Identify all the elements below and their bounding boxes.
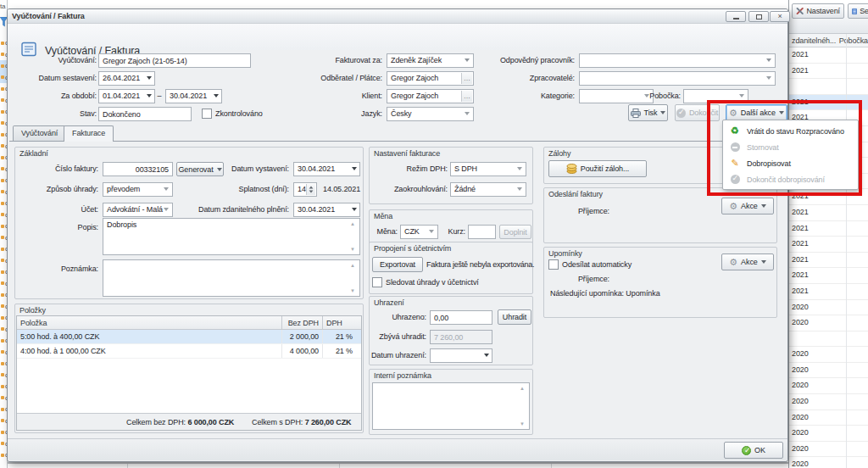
year-cell: 2020 [792,318,809,326]
chevron-down-icon[interactable] [164,209,169,218]
group-uhrazeni-title: Uhrazení [374,298,404,307]
chevron-down-icon[interactable] [766,78,771,86]
column-header-bez-dph[interactable]: Bez DPH [281,316,322,329]
year-cell: 2020 [792,444,809,453]
datum-uhrazeni-date[interactable] [430,348,492,363]
tisk-button[interactable]: Tisk [628,104,668,121]
uhradit-button[interactable]: Uhradit [498,309,531,325]
odesilat-automaticky-checkbox[interactable] [548,259,559,270]
table-row[interactable]: 2020 [789,457,868,468]
column-header-zdanitelneho[interactable]: zdanitelnéh... [789,34,837,47]
table-row[interactable]: 2020 [789,378,868,394]
column-header-dph[interactable]: DPH [322,316,359,329]
minimize-button[interactable] [726,11,746,22]
mena-label: Měna: [370,225,398,239]
kategorie-label: Kategorie: [442,89,575,103]
interni-poznamka-textarea[interactable] [372,382,530,430]
column-header-polozka[interactable]: Položka [17,316,281,329]
obdobi-do-date[interactable]: 30.04.2021 [165,89,222,103]
datum-vystaveni-date[interactable]: 30.04.2021 [293,162,360,176]
uhrazeno-input[interactable] [430,310,492,325]
mena-value: CZK [404,227,420,236]
datum-sestaveni-date[interactable]: 26.04.2021 [98,71,155,86]
ok-button[interactable]: ✓ OK [724,442,783,459]
dialog-titlebar[interactable]: Vyúčtování / Faktura × [8,9,787,24]
chevron-down-icon[interactable] [766,60,771,69]
table-row[interactable]: 2020 [789,394,868,410]
pouziti-zaloh-button[interactable]: Použití záloh... [548,160,647,177]
upominky-akce-button[interactable]: ⚙ Akce [721,254,774,270]
table-row[interactable]: 2020 [789,410,868,426]
table-row[interactable]: 2020 [789,442,868,458]
obdobi-od-date[interactable]: 01.04.2021 [98,89,155,103]
rezim-dph-combo[interactable]: S DPH [450,162,526,176]
row-status-icon [1,339,4,343]
table-row[interactable]: 2020 [789,363,868,379]
tab-vyuctovani[interactable]: Vyúčtování [13,125,66,141]
zkontrolovano-checkbox[interactable] [202,109,212,119]
table-row[interactable]: 2021 [789,47,868,64]
odeslani-akce-button[interactable]: ⚙ Akce [721,198,774,214]
chevron-down-icon[interactable] [352,209,357,218]
chevron-down-icon[interactable] [517,169,522,177]
table-row[interactable]: 2021 [789,205,868,221]
table-row[interactable] [789,332,868,348]
jazyk-combo[interactable]: Česky [387,107,474,121]
chevron-down-icon[interactable] [147,78,152,86]
table-row[interactable]: 4:00 hod. à 1 000,00 CZK 4 000,00 21 % [17,344,361,359]
datum-vystaveni-label: Datum vystavení: [194,162,289,176]
maximize-button[interactable] [748,11,769,22]
zkontrolovano-label: Zkontrolováno [215,107,263,121]
chevron-down-icon[interactable] [164,189,169,198]
table-row[interactable]: 2020 [789,347,868,363]
odpovedny-pracovnik-combo[interactable] [579,53,776,68]
mena-combo[interactable]: CZK [400,225,438,239]
chevron-down-icon[interactable] [465,114,470,122]
kurz-input[interactable] [468,225,496,239]
table-row[interactable]: 2021 [789,64,868,80]
zpracovatele-combo[interactable] [579,71,776,86]
report-book-icon [852,7,857,16]
table-row[interactable]: 2021 [789,268,868,284]
splatnost-spinner[interactable]: 14 [293,182,317,197]
zaokrouhlovani-combo[interactable]: Žádné [450,182,526,197]
group-nastaveni-fakturace-title: Nastavení fakturace [374,149,440,158]
nastaveni-button[interactable]: Nastavení [792,3,844,19]
tab-fakturace[interactable]: Fakturace [64,125,114,142]
datum-plneni-date[interactable]: 30.04.2021 [293,203,360,217]
chevron-down-icon[interactable] [214,96,219,104]
ucet-combo[interactable]: Advokátní - Malá [103,203,173,217]
vyuctovani-input[interactable] [98,53,251,68]
zbyva-uhradit-input[interactable] [430,330,492,344]
table-row[interactable]: 2020 [789,315,868,332]
doplnit-button[interactable]: Doplnit [499,225,531,239]
datum-sestaveni-label: Datum sestavení: [8,71,97,86]
sestavy-button-partial[interactable]: Se [848,3,868,19]
chevron-down-icon[interactable] [517,189,522,198]
table-row[interactable]: 2021 [789,284,868,300]
exportovat-button[interactable]: Exportovat [372,257,423,272]
table-row[interactable]: 5:00 hod. à 400,00 CZK 2 000,00 21 % [17,330,361,344]
table-row[interactable]: 2020 [789,300,868,316]
rezim-dph-value: S DPH [454,164,477,173]
sestavy-button-label: Se [860,7,868,15]
table-row[interactable]: 2020 [789,426,868,442]
chevron-down-icon[interactable] [352,169,357,177]
cislo-faktury-input[interactable] [103,162,173,176]
chevron-down-icon[interactable] [484,355,489,364]
table-row[interactable]: 2021 [789,237,868,253]
table-row[interactable]: 2021 [789,253,868,269]
column-header-pobocka[interactable]: Pobočka [837,34,868,47]
spinner-arrows[interactable] [306,184,315,195]
gear-icon: ⚙ [729,258,737,267]
table-row[interactable] [789,79,868,95]
popis-textarea[interactable]: Dobropis [103,218,360,255]
poznamka-textarea[interactable] [103,259,360,297]
sledovat-uhrady-checkbox[interactable] [372,277,382,287]
chevron-down-icon[interactable] [147,96,152,104]
zpusob-uhrady-combo[interactable]: převodem [103,182,173,197]
close-button[interactable]: × [770,11,790,22]
chevron-down-icon[interactable] [429,231,434,240]
stav-input[interactable] [98,107,192,121]
table-row[interactable]: 2021 [789,221,868,237]
